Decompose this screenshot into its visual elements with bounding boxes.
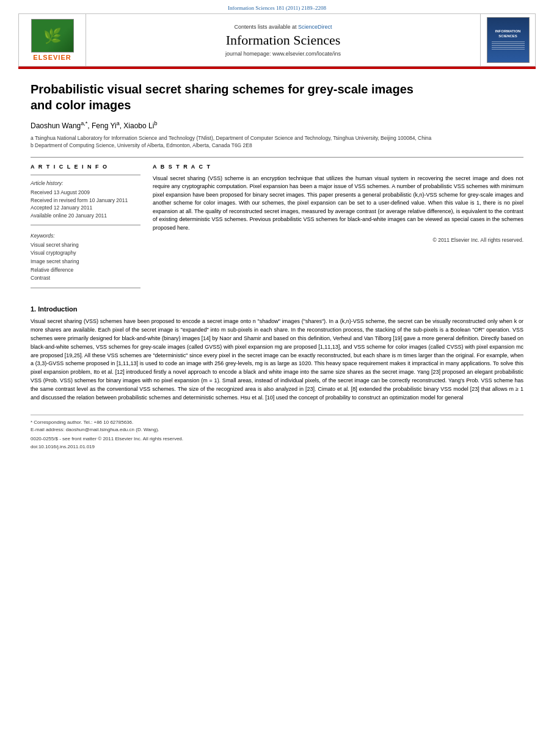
abstract-text: Visual secret sharing (VSS) scheme is an… xyxy=(153,175,523,233)
received1: Received 13 August 2009 xyxy=(31,189,140,197)
keywords-label: Keywords: xyxy=(31,233,140,239)
divider-bottom-info xyxy=(31,288,140,288)
kw5: Contrast xyxy=(31,274,140,283)
elsevier-logo: ELSEVIER xyxy=(19,14,86,66)
affiliations: a Tsinghua National Laboratory for Infor… xyxy=(31,135,523,150)
email-note: E-mail address: daoshun@mail.tsinghua.ed… xyxy=(31,426,523,434)
cover-thumbnail: INFORMATION SCIENCES xyxy=(487,17,530,63)
journal-title-text: Information Sciences xyxy=(92,32,474,48)
journal-header: ELSEVIER Contents lists available at Sci… xyxy=(18,13,536,67)
kw1: Visual secret sharing xyxy=(31,241,140,250)
cover-decorative-lines xyxy=(492,40,525,51)
article-title: Probabilistic visual secret sharing sche… xyxy=(31,81,523,113)
corresponding-author-note: * Corresponding author. Tel.: +86 10 627… xyxy=(31,419,523,426)
cover-title-text: INFORMATION SCIENCES xyxy=(490,29,527,38)
author2-name: , Feng Yi xyxy=(87,122,116,130)
author3-name: , Xiaobo Li xyxy=(120,122,155,130)
issn-line: 0020-0255/$ - see front matter © 2011 El… xyxy=(31,436,523,442)
page-wrapper: Information Sciences 181 (2011) 2189–220… xyxy=(0,0,554,756)
journal-homepage-text: journal homepage: www.elsevier.com/locat… xyxy=(92,51,474,57)
sciencedirect-link[interactable]: ScienceDirect xyxy=(298,24,332,30)
copyright-line: © 2011 Elsevier Inc. All rights reserved… xyxy=(153,237,523,243)
author1-name: Daoshun Wang xyxy=(31,122,81,130)
journal-cover-image: INFORMATION SCIENCES xyxy=(480,14,535,66)
divider-article-info xyxy=(31,175,140,175)
introduction-para1: Visual secret sharing (VSS) schemes have… xyxy=(31,318,523,402)
received2: Received in revised form 10 January 2011 xyxy=(31,197,140,205)
accepted: Accepted 12 January 2011 xyxy=(31,204,140,212)
authors-line: Daoshun Wanga,*, Feng Yia, Xiaobo Lib xyxy=(31,120,523,130)
kw3: Image secret sharing xyxy=(31,258,140,266)
journal-citation-text: Information Sciences 181 (2011) 2189–220… xyxy=(228,5,326,11)
author1-super: a,* xyxy=(81,120,87,126)
affil-b: b Department of Computing Science, Unive… xyxy=(31,142,523,150)
author3-super: b xyxy=(154,120,157,126)
kw2: Visual cryptography xyxy=(31,249,140,258)
journal-citation-bar: Information Sciences 181 (2011) 2189–220… xyxy=(0,0,554,13)
history-label: Article history: xyxy=(31,180,140,186)
intro-paragraph1: Visual secret sharing (VSS) schemes have… xyxy=(31,318,523,401)
abstract-column: A B S T R A C T Visual secret sharing (V… xyxy=(153,164,523,293)
affil-a: a Tsinghua National Laboratory for Infor… xyxy=(31,135,523,142)
doi-line: doi:10.1016/j.ins.2011.01.019 xyxy=(31,444,523,449)
article-info-abstract-row: A R T I C L E I N F O Article history: R… xyxy=(31,164,523,293)
contents-label: Contents lists available at xyxy=(234,24,296,30)
contents-available-line: Contents lists available at ScienceDirec… xyxy=(92,24,474,30)
introduction-section: 1. Introduction Visual secret sharing (V… xyxy=(31,305,523,402)
kw4: Relative difference xyxy=(31,266,140,275)
divider-after-affiliations xyxy=(31,157,523,158)
journal-center: Contents lists available at ScienceDirec… xyxy=(86,18,480,63)
elsevier-brand-label: ELSEVIER xyxy=(33,54,71,61)
footnote-area: * Corresponding author. Tel.: +86 10 627… xyxy=(31,415,523,449)
introduction-heading: 1. Introduction xyxy=(31,305,523,313)
elsevier-tree-image xyxy=(31,19,74,53)
article-info-label: A R T I C L E I N F O xyxy=(31,164,140,170)
article-info-column: A R T I C L E I N F O Article history: R… xyxy=(31,164,140,293)
abstract-label: A B S T R A C T xyxy=(153,164,523,170)
divider-keywords xyxy=(31,225,140,225)
main-content: Probabilistic visual secret sharing sche… xyxy=(0,69,554,462)
available-online: Available online 20 January 2011 xyxy=(31,212,140,220)
